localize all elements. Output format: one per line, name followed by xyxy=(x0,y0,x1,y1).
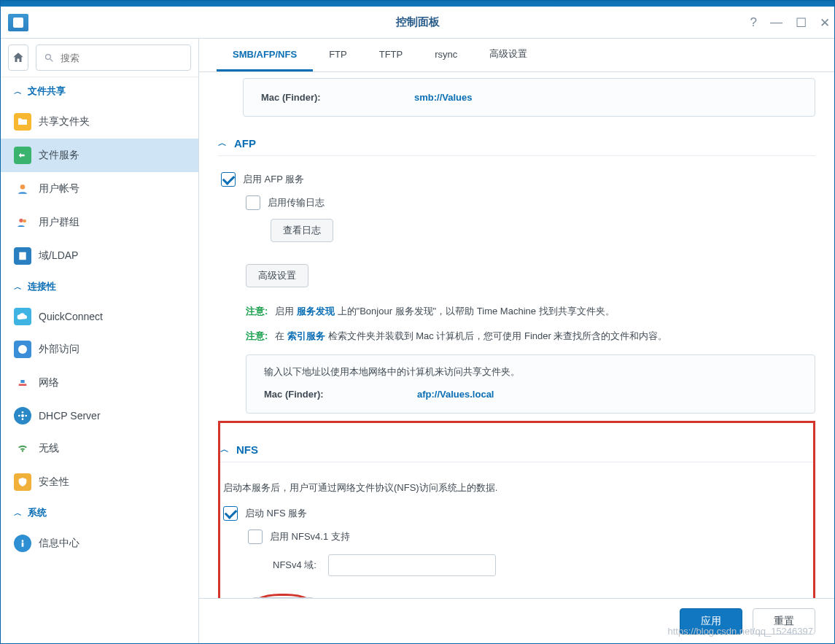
search-icon xyxy=(44,53,55,63)
sidebar-section-file-sharing[interactable]: ︿文件共享 xyxy=(1,77,198,105)
tab-row: SMB/AFP/NFS FTP TFTP rsync 高级设置 xyxy=(199,39,834,72)
sidebar-item-info-center[interactable]: 信息中心 xyxy=(1,527,198,560)
dhcp-icon xyxy=(14,407,31,424)
nfs-v41-label: 启用 NFSv4.1 支持 xyxy=(270,530,350,543)
chevron-up-icon: ︿ xyxy=(220,443,229,456)
folder-icon xyxy=(14,113,31,131)
sidebar-item-quickconnect[interactable]: QuickConnect xyxy=(1,300,198,333)
tab-rsync[interactable]: rsync xyxy=(419,39,473,71)
window-top-border xyxy=(1,1,834,7)
globe-icon xyxy=(14,341,31,358)
afp-enable-label: 启用 AFP 服务 xyxy=(243,173,304,186)
sidebar-item-user[interactable]: 用户帐号 xyxy=(1,172,198,206)
title-bar: 控制面板 ? — ☐ ✕ xyxy=(1,7,834,39)
search-input[interactable] xyxy=(61,53,183,63)
chevron-up-icon: ︿ xyxy=(218,137,227,150)
minimize-icon[interactable]: — xyxy=(770,15,782,30)
afp-note-1: 注意:启用 服务发现 上的"Bonjour 服务发现"，以帮助 Time Mac… xyxy=(246,299,815,324)
chevron-up-icon: ︿ xyxy=(14,282,22,292)
smb-mac-label: Mac (Finder): xyxy=(261,92,414,103)
svg-point-12 xyxy=(22,540,24,542)
afp-info-box: 输入以下地址以使用本地网络中的计算机来访问共享文件夹。 Mac (Finder)… xyxy=(246,354,815,414)
afp-advanced-button[interactable]: 高级设置 xyxy=(246,264,308,287)
chevron-up-icon: ︿ xyxy=(14,86,22,97)
tab-advanced[interactable]: 高级设置 xyxy=(473,39,543,71)
tab-smb-afp-nfs[interactable]: SMB/AFP/NFS xyxy=(217,39,313,71)
tab-tftp[interactable]: TFTP xyxy=(363,39,419,71)
file-service-icon xyxy=(14,147,31,164)
afp-mac-label: Mac (Finder): xyxy=(264,389,417,400)
help-icon[interactable]: ? xyxy=(750,15,757,30)
nfs-section-header[interactable]: ︿NFS xyxy=(220,443,813,462)
svg-rect-13 xyxy=(22,543,24,547)
service-discovery-link[interactable]: 服务发现 xyxy=(297,306,335,317)
shield-icon xyxy=(14,473,31,491)
sidebar-item-external-access[interactable]: 外部访问 xyxy=(1,333,198,366)
index-service-link[interactable]: 索引服务 xyxy=(287,330,325,341)
nfs-enable-label: 启动 NFS 服务 xyxy=(245,507,307,520)
sidebar-item-group[interactable]: 用户群组 xyxy=(1,206,198,239)
nfs-highlight-box: ︿NFS 启动本服务后，用户可通过网络文件协议(NFS)访问系统上的数据. 启动… xyxy=(218,421,815,598)
wifi-icon xyxy=(14,440,31,457)
svg-rect-3 xyxy=(19,252,26,260)
svg-point-1 xyxy=(19,219,23,222)
close-icon[interactable]: ✕ xyxy=(820,15,830,31)
nfs-domain-label: NFSv4 域: xyxy=(273,559,316,572)
apply-button[interactable]: 应用 xyxy=(680,608,742,635)
sidebar-item-shared-folder[interactable]: 共享文件夹 xyxy=(1,105,198,139)
smb-info-box: Mac (Finder):smb://Values xyxy=(243,78,815,117)
sidebar-item-wireless[interactable]: 无线 xyxy=(1,432,198,465)
nfs-v41-checkbox[interactable] xyxy=(248,529,263,544)
search-input-wrap[interactable] xyxy=(36,44,191,71)
svg-rect-5 xyxy=(19,384,27,386)
sidebar-item-network[interactable]: 网络 xyxy=(1,366,198,400)
group-icon xyxy=(14,214,31,231)
highlight-circle: 高级设置 xyxy=(248,594,318,598)
ldap-icon xyxy=(14,247,31,265)
nfs-domain-input[interactable] xyxy=(328,554,496,576)
svg-point-11 xyxy=(22,418,24,420)
svg-point-10 xyxy=(22,411,24,414)
afp-section-header[interactable]: ︿AFP xyxy=(218,137,815,156)
sidebar-item-dhcp[interactable]: DHCP Server xyxy=(1,400,198,432)
sidebar-item-ldap[interactable]: 域/LDAP xyxy=(1,239,198,273)
user-icon xyxy=(14,180,31,198)
svg-point-4 xyxy=(18,345,27,354)
sidebar-section-connectivity[interactable]: ︿连接性 xyxy=(1,273,198,300)
window-title: 控制面板 xyxy=(1,15,834,29)
nfs-advanced-button[interactable]: 高级设置 xyxy=(252,597,314,598)
smb-mac-value: smb://Values xyxy=(414,92,472,103)
svg-rect-6 xyxy=(20,380,24,383)
sidebar-item-file-services[interactable]: 文件服务 xyxy=(1,139,198,172)
home-icon xyxy=(12,51,25,64)
cloud-icon xyxy=(14,308,31,325)
afp-enable-checkbox[interactable] xyxy=(221,172,236,187)
maximize-icon[interactable]: ☐ xyxy=(796,15,807,31)
svg-point-9 xyxy=(25,415,27,417)
afp-log-label: 启用传输日志 xyxy=(268,196,325,209)
nfs-enable-checkbox[interactable] xyxy=(223,506,238,521)
svg-point-8 xyxy=(18,415,20,417)
info-icon xyxy=(14,535,31,552)
sidebar-section-system[interactable]: ︿系统 xyxy=(1,499,198,527)
sidebar: ︿文件共享 共享文件夹 文件服务 用户帐号 用户群组 域/LDAP ︿连接性 Q… xyxy=(1,39,199,643)
svg-point-0 xyxy=(20,185,26,190)
home-button[interactable] xyxy=(8,44,28,71)
svg-point-2 xyxy=(23,220,26,223)
afp-mac-value: afp://Values.local xyxy=(417,389,494,400)
footer: https://blog.csdn.net/qq_15246397 应用 重置 xyxy=(199,598,834,643)
svg-point-7 xyxy=(21,414,24,417)
sidebar-item-security[interactable]: 安全性 xyxy=(1,465,198,499)
reset-button[interactable]: 重置 xyxy=(753,608,815,635)
view-log-button[interactable]: 查看日志 xyxy=(271,219,333,242)
tab-ftp[interactable]: FTP xyxy=(313,39,363,71)
afp-log-checkbox[interactable] xyxy=(246,195,260,210)
nfs-description: 启动本服务后，用户可通过网络文件协议(NFS)访问系统上的数据. xyxy=(223,474,813,502)
chevron-up-icon: ︿ xyxy=(14,508,22,519)
afp-note-2: 注意:在 索引服务 检索文件夹并装载到 Mac 计算机后，您可使用 Finder… xyxy=(246,324,815,349)
network-icon xyxy=(14,374,31,392)
